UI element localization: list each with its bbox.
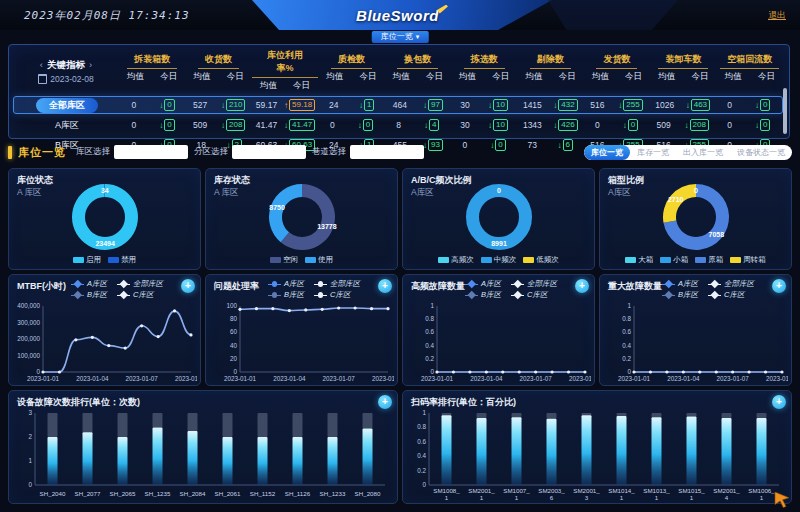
expand-button[interactable]: +: [378, 395, 392, 409]
kpi-avg-value: 1415: [523, 100, 542, 110]
donut-chart-canvas: 89910: [464, 182, 534, 252]
legend-item[interactable]: B库区: [268, 290, 304, 300]
legend-item[interactable]: 全部库区: [708, 279, 754, 289]
expand-button[interactable]: +: [575, 279, 589, 293]
kpi-scrollbar-thumb[interactable]: [783, 88, 787, 134]
legend-item[interactable]: 全部库区: [117, 279, 163, 289]
chart-legend: 高频次中频次低频次: [403, 255, 594, 265]
stock-status-donut: 库存状态A 库区137788750空闲使用: [205, 168, 398, 270]
donut-chart-canvas: 2349434: [70, 182, 140, 252]
expand-button[interactable]: +: [772, 279, 786, 293]
aisle-select[interactable]: [350, 145, 424, 159]
svg-text:3: 3: [28, 409, 32, 416]
svg-text:300,000: 300,000: [17, 319, 40, 326]
kpi-cell: 0↓0: [716, 99, 782, 111]
kpi-today-value: ↓10: [488, 99, 508, 111]
chart-title: 库位状态: [17, 174, 53, 187]
legend-item[interactable]: C库区: [708, 290, 744, 300]
line-chart-canvas: 0100,000200,000300,000400,0002023-01-012…: [13, 301, 197, 383]
legend-item[interactable]: 低频次: [523, 255, 559, 265]
svg-text:SH_1235: SH_1235: [145, 490, 171, 497]
legend-item[interactable]: 周转箱: [730, 255, 766, 265]
svg-text:0.4: 0.4: [622, 342, 631, 349]
kpi-row[interactable]: 全部库区0↓0527↓21059.17↑59.1824↓1464↓9730↓10…: [13, 96, 783, 114]
kpi-column-name: 收货数: [198, 52, 239, 69]
prev-metric-arrow[interactable]: ‹: [40, 59, 43, 70]
next-metric-arrow[interactable]: ›: [89, 59, 92, 70]
kpi-column-header: 剔除数均值今日: [517, 48, 583, 94]
legend-item[interactable]: B库区: [662, 290, 698, 300]
legend-item[interactable]: A库区: [268, 279, 304, 289]
legend-item[interactable]: 全部库区: [314, 279, 360, 289]
kpi-cell: 24↓1: [319, 99, 385, 111]
zone-select[interactable]: [232, 145, 306, 159]
svg-text:0: 0: [694, 187, 698, 194]
date-picker[interactable]: 2023-02-08: [38, 74, 93, 84]
kpi-today-value: ↓432: [553, 99, 577, 111]
legend-item[interactable]: 高频次: [438, 255, 474, 265]
legend-marker-icon: [708, 280, 721, 288]
svg-text:2023-01-07: 2023-01-07: [520, 375, 553, 382]
line-chart-canvas: 00.20.40.60.812023-01-012023-01-042023-0…: [407, 301, 591, 383]
legend-marker-icon: [662, 291, 675, 299]
legend-item[interactable]: C库区: [314, 290, 350, 300]
logout-link[interactable]: 退出: [768, 9, 786, 22]
arrow-up-icon: ↑: [284, 101, 288, 110]
legend-item[interactable]: 禁用: [108, 255, 136, 265]
svg-text:SH_2040: SH_2040: [40, 490, 66, 497]
svg-text:SH_2080: SH_2080: [355, 490, 381, 497]
scan-rate-bar: 扫码率排行(单位：百分比)+00.20.40.60.81SM1008_1SM20…: [402, 390, 792, 504]
legend-item[interactable]: B库区: [71, 290, 107, 300]
warehouse-select[interactable]: [114, 145, 188, 159]
kpi-today-value: ↓0: [755, 99, 770, 111]
kpi-column-name: 剔除数: [530, 52, 571, 69]
legend-item[interactable]: A库区: [71, 279, 107, 289]
kpi-cell: 516↓255: [583, 99, 649, 111]
svg-text:SH_1126: SH_1126: [285, 490, 311, 497]
legend-item[interactable]: 空闲: [270, 255, 298, 265]
legend-item[interactable]: C库区: [117, 290, 153, 300]
legend-item[interactable]: 小箱: [660, 255, 688, 265]
kpi-today-value: ↓41.47: [284, 119, 315, 131]
legend-item[interactable]: 大箱: [625, 255, 653, 265]
expand-button[interactable]: +: [181, 279, 195, 293]
nav-tab-storage-overview[interactable]: 库位一览 ▾: [372, 31, 429, 43]
chart-legend: A库区全部库区B库区C库区: [662, 279, 778, 300]
svg-text:SH_1152: SH_1152: [250, 490, 276, 497]
legend-item[interactable]: 使用: [305, 255, 333, 265]
view-tab[interactable]: 库位一览: [584, 145, 630, 160]
view-tab[interactable]: 库存一览: [630, 145, 676, 160]
svg-text:1: 1: [445, 494, 449, 501]
kpi-avg-value: 30: [460, 100, 469, 110]
expand-button[interactable]: +: [772, 395, 786, 409]
kpi-today-value: ↓4: [424, 119, 439, 131]
kpi-column-header: 装卸车数均值今日: [650, 48, 716, 94]
kpi-today-value: ↓1: [359, 99, 374, 111]
legend-swatch: [660, 257, 671, 263]
filter-label-warehouse: 库区选择: [76, 146, 110, 158]
view-tab[interactable]: 出入库一览: [676, 145, 730, 160]
svg-text:1: 1: [655, 494, 659, 501]
arrow-down-icon: ↓: [623, 121, 627, 130]
legend-swatch: [481, 257, 492, 263]
legend-item[interactable]: A库区: [662, 279, 698, 289]
svg-text:SH_2061: SH_2061: [215, 490, 241, 497]
svg-text:1: 1: [480, 494, 484, 501]
nav-bar: 库位一览 ▾: [0, 30, 800, 44]
legend-item[interactable]: A库区: [465, 279, 501, 289]
kpi-avg-value: 0: [132, 100, 137, 110]
legend-item[interactable]: 中频次: [481, 255, 517, 265]
line-chart-canvas: 00.20.40.60.812023-01-012023-01-042023-0…: [604, 301, 788, 383]
kpi-row[interactable]: A库区0↓0509↓20841.47↓41.470↓08↓430↓101343↓…: [13, 116, 783, 134]
legend-swatch: [73, 257, 84, 263]
legend-item[interactable]: B库区: [465, 290, 501, 300]
subheader-avg: 均值: [725, 71, 742, 83]
view-tab[interactable]: 设备状态一览: [730, 145, 792, 160]
legend-item[interactable]: 启用: [73, 255, 101, 265]
legend-item[interactable]: 全部库区: [511, 279, 557, 289]
kpi-today-value: ↓426: [553, 119, 577, 131]
expand-button[interactable]: +: [378, 279, 392, 293]
legend-item[interactable]: C库区: [511, 290, 547, 300]
legend-item[interactable]: 原箱: [695, 255, 723, 265]
svg-text:20: 20: [230, 355, 238, 362]
